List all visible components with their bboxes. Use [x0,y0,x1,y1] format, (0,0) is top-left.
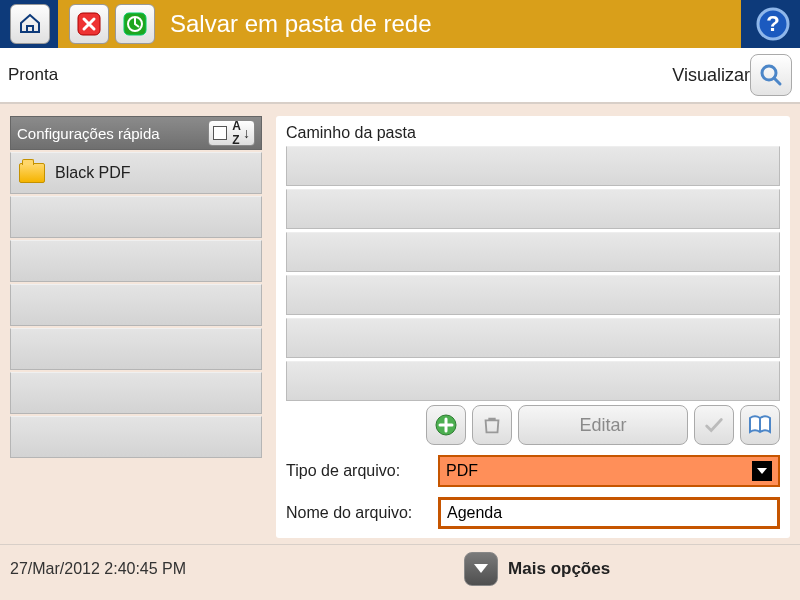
quicksets-title: Configurações rápida [17,125,160,142]
sort-label: AZ [232,119,241,147]
folder-path-line[interactable] [286,275,780,315]
filename-label: Nome do arquivo: [286,504,430,522]
start-button[interactable] [115,4,155,44]
path-actions: Editar [286,405,780,445]
edit-path-button[interactable]: Editar [518,405,688,445]
folder-path-label: Caminho da pasta [286,124,780,142]
folder-path-line[interactable] [286,361,780,401]
filetype-dropdown[interactable]: PDF [438,455,780,487]
folder-path-list [286,146,780,401]
folder-form: Caminho da pasta Editar [276,116,790,538]
titlebar-main: Salvar em pasta de rede [58,0,741,48]
book-icon [748,415,772,435]
quickset-empty-slot[interactable] [10,328,262,370]
edit-label: Editar [579,415,626,436]
status-bar: Pronta Visualizar [0,48,800,104]
add-path-button[interactable] [426,405,466,445]
preview-group: Visualizar [672,54,792,96]
status-ready: Pronta [8,65,58,85]
filename-row: Nome do arquivo: [286,497,780,529]
svg-text:?: ? [766,11,779,36]
filename-input[interactable] [438,497,780,529]
content: Configurações rápida AZ ↓ Black PDF Cami… [0,104,800,544]
checkbox-icon [213,126,227,140]
quicksets-sort-button[interactable]: AZ ↓ [208,120,255,146]
quickset-empty-slot[interactable] [10,372,262,414]
quickset-empty-slot[interactable] [10,196,262,238]
help-icon: ? [755,6,791,42]
filetype-row: Tipo de arquivo: PDF [286,455,780,487]
folder-path-line[interactable] [286,146,780,186]
more-options-group: Mais opções [464,552,610,586]
titlebar: Salvar em pasta de rede ? [0,0,800,48]
start-icon [122,11,148,37]
quicksets-header: Configurações rápida AZ ↓ [10,116,262,150]
quickset-empty-slot[interactable] [10,240,262,282]
check-icon [703,414,725,436]
cancel-icon [76,11,102,37]
more-options-button[interactable] [464,552,498,586]
filetype-value: PDF [446,462,478,480]
quickset-empty-slot[interactable] [10,416,262,458]
quickset-item-label: Black PDF [55,164,131,182]
quickset-empty-slot[interactable] [10,284,262,326]
home-button[interactable] [10,4,50,44]
folder-icon [19,163,45,183]
quicksets-panel: Configurações rápida AZ ↓ Black PDF [10,116,262,538]
timestamp: 27/Mar/2012 2:40:45 PM [10,560,186,578]
magnifier-icon [758,62,784,88]
folder-path-line[interactable] [286,189,780,229]
folder-path-line[interactable] [286,318,780,358]
chevron-down-icon [752,461,772,481]
more-options-label: Mais opções [508,559,610,579]
page-title: Salvar em pasta de rede [170,10,431,38]
preview-button[interactable] [750,54,792,96]
trash-icon [481,414,503,436]
folder-path-line[interactable] [286,232,780,272]
confirm-path-button[interactable] [694,405,734,445]
cancel-button[interactable] [69,4,109,44]
quickset-item-blackpdf[interactable]: Black PDF [10,152,262,194]
book-path-button[interactable] [740,405,780,445]
delete-path-button[interactable] [472,405,512,445]
home-icon [18,12,42,36]
footer: 27/Mar/2012 2:40:45 PM Mais opções [0,544,800,592]
plus-icon [434,413,458,437]
sort-arrow-icon: ↓ [243,125,250,141]
help-button[interactable]: ? [752,3,794,45]
filetype-label: Tipo de arquivo: [286,462,430,480]
preview-label: Visualizar [672,65,750,86]
